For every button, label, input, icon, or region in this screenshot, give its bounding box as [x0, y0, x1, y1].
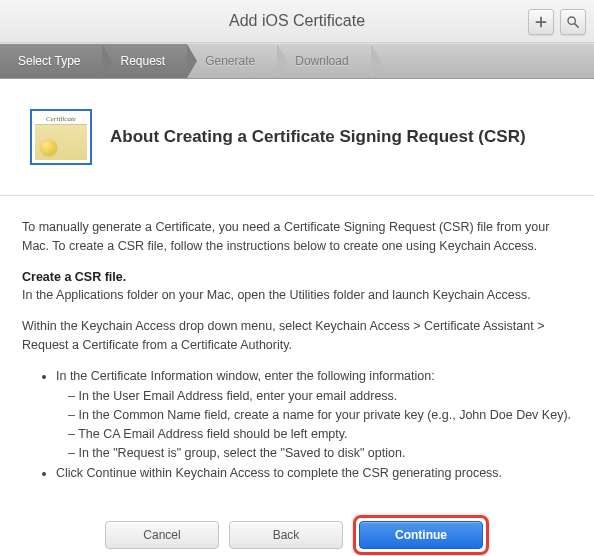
plus-icon	[534, 15, 548, 29]
footer-buttons: Cancel Back Continue	[0, 493, 594, 556]
cancel-button[interactable]: Cancel	[105, 521, 219, 549]
continue-button[interactable]: Continue	[359, 521, 483, 549]
svg-line-1	[575, 24, 579, 28]
sub-item: The CA Email Address field should be lef…	[68, 425, 572, 444]
bullet-list: In the Certificate Information window, e…	[22, 367, 572, 484]
sub-item: In the User Email Address field, enter y…	[68, 387, 572, 406]
back-button[interactable]: Back	[229, 521, 343, 549]
step-2-text: Within the Keychain Access drop down men…	[22, 317, 572, 355]
search-icon	[566, 15, 580, 29]
bullet-item: Click Continue within Keychain Access to…	[56, 464, 572, 483]
header-actions	[528, 9, 586, 35]
search-button[interactable]	[560, 9, 586, 35]
step-select-type[interactable]: Select Type	[0, 44, 102, 78]
sub-item: In the Common Name field, create a name …	[68, 406, 572, 425]
bullet-text: In the Certificate Information window, e…	[56, 369, 435, 383]
seal-icon	[41, 140, 57, 156]
step-download: Download	[277, 44, 370, 78]
step-label: Download	[295, 54, 348, 68]
section-paragraph: Create a CSR file. In the Applications f…	[22, 268, 572, 306]
step-1-text: In the Applications folder on your Mac, …	[22, 288, 531, 302]
certificate-icon: Certificate	[30, 109, 92, 165]
add-button[interactable]	[528, 9, 554, 35]
step-request[interactable]: Request	[102, 44, 187, 78]
step-label: Request	[120, 54, 165, 68]
section-label: Create a CSR file.	[22, 270, 126, 284]
page-title-row: Certificate About Creating a Certificate…	[0, 79, 594, 173]
certificate-icon-label: Certificate	[35, 114, 87, 125]
sub-list: In the User Email Address field, enter y…	[56, 387, 572, 462]
instructions: To manually generate a Certificate, you …	[0, 196, 594, 493]
step-label: Select Type	[18, 54, 80, 68]
progress-steps: Select Type Request Generate Download	[0, 43, 594, 79]
bullet-text: Click Continue within Keychain Access to…	[56, 466, 502, 480]
continue-highlight: Continue	[353, 515, 489, 555]
step-generate: Generate	[187, 44, 277, 78]
bullet-item: In the Certificate Information window, e…	[56, 367, 572, 463]
page-heading: About Creating a Certificate Signing Req…	[110, 127, 526, 147]
window-header: Add iOS Certificate	[0, 0, 594, 43]
window-title: Add iOS Certificate	[229, 12, 365, 30]
intro-paragraph: To manually generate a Certificate, you …	[22, 218, 572, 256]
step-label: Generate	[205, 54, 255, 68]
sub-item: In the "Request is" group, select the "S…	[68, 444, 572, 463]
